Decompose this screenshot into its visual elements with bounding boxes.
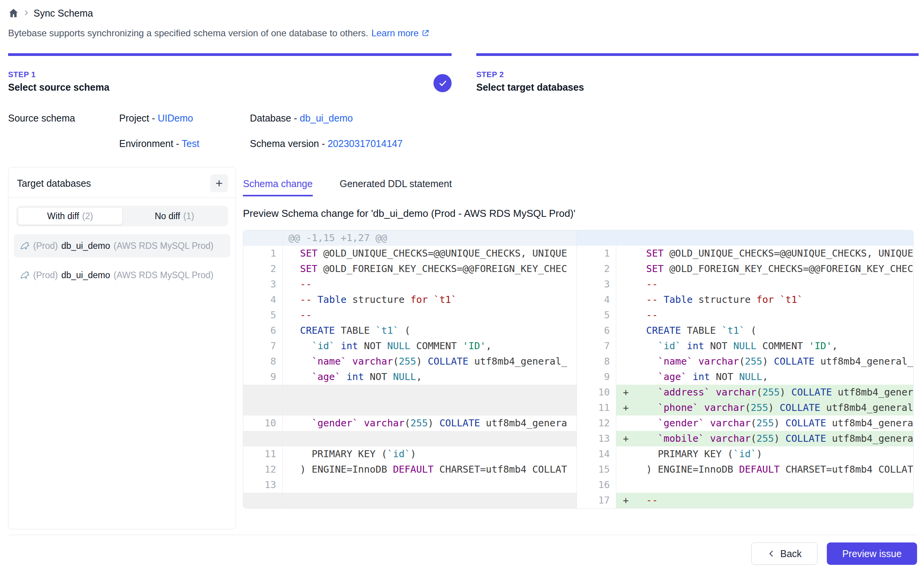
line-number: 2 [577,261,616,277]
intro-text: Bytebase supports synchronizing a specif… [8,28,430,39]
code-line: SET @OLD_UNIQUE_CHECKS=@@UNIQUE_CHECKS, … [616,246,913,261]
with-diff-count: (2) [82,211,93,221]
db-instance: (AWS RDS MySQL Prod) [114,241,225,251]
line-number: 15 [577,462,616,477]
code-line [616,230,913,246]
footer-divider [8,535,917,535]
line-number: 3 [243,277,283,292]
source-project-field: Project - UIDemo [119,113,193,124]
line-number: 5 [243,307,283,323]
diff-row: 4 -- Table structure for `t1` [577,292,913,307]
diff-row-placeholder [243,431,577,446]
diff-row: 9 `age` int NOT NULL, [577,369,913,385]
code-line: `name` varchar(255) COLLATE utf8mb4_gene… [616,354,913,369]
target-databases-header: Target databases + [8,167,236,198]
diff-pane-modified: 1 SET @OLD_UNIQUE_CHECKS=@@UNIQUE_CHECKS… [577,230,913,508]
chevron-left-icon [767,549,776,558]
preview-issue-button[interactable]: Preview issue [827,542,917,565]
diff-row: 10 `gender` varchar(255) COLLATE utf8mb4… [243,416,577,431]
project-link[interactable]: UIDemo [158,113,193,123]
line-number: 6 [577,323,616,338]
diff-row-added: 17+ -- [577,493,913,508]
code-line: `gender` varchar(255) COLLATE utf8mb4_ge… [616,416,913,431]
db-environment: (Prod) [33,241,58,251]
diff-row: 3 -- [577,277,913,292]
diff-row: 14 PRIMARY KEY (`id`) [577,446,913,462]
preview-tabs: Schema change Generated DDL statement [243,178,452,196]
sync-schema-page: › Sync Schema Bytebase supports synchron… [0,0,924,571]
step1-title: Select source schema [8,82,110,93]
diff-row: 9 `age` int NOT NULL, [243,369,577,385]
diff-row: 8 `name` varchar(255) COLLATE utf8mb4_ge… [577,354,913,369]
line-number: 8 [577,354,616,369]
source-schema-version-field: Schema version - 20230317014147 [250,138,403,149]
line-number: 5 [577,307,616,323]
code-line: -- Table structure for `t1` [283,292,577,307]
diff-row: 1 SET @OLD_UNIQUE_CHECKS=@@UNIQUE_CHECKS… [577,246,913,261]
page-title: Sync Schema [34,8,93,19]
step1-progress-bar [8,53,452,56]
learn-more-link[interactable]: Learn more [371,28,430,39]
back-button[interactable]: Back [751,542,818,565]
schema-diff-editor[interactable]: @@ -1,15 +1,27 @@1 SET @OLD_UNIQUE_CHECK… [243,230,914,508]
no-diff-label: No diff [155,211,180,221]
database-link[interactable]: db_ui_demo [300,113,353,123]
code-line: SET @OLD_FOREIGN_KEY_CHECKS=@@FOREIGN_KE… [616,261,913,277]
breadcrumb: › Sync Schema [8,5,93,21]
diff-row: 7 `id` int NOT NULL COMMENT 'ID', [577,338,913,354]
code-line: -- [616,277,913,292]
code-line: -- [616,307,913,323]
line-number: 13 [577,431,616,446]
home-icon[interactable] [8,8,19,19]
line-number: 8 [243,354,283,369]
diff-row: 7 `id` int NOT NULL COMMENT 'ID', [243,338,577,354]
source-environment-field: Environment - Test [119,138,199,149]
target-database-item[interactable]: (Prod)db_ui_demo(AWS RDS MySQL Prod) [14,264,230,287]
code-line: SET @OLD_UNIQUE_CHECKS=@@UNIQUE_CHECKS, … [283,246,577,261]
diff-row: 5 -- [577,307,913,323]
line-number: 10 [577,385,616,400]
line-number [243,400,283,416]
target-database-item[interactable]: (Prod)db_ui_demo(AWS RDS MySQL Prod) [14,234,230,257]
code-line: + `mobile` varchar(255) COLLATE utf8mb4_… [616,431,913,446]
line-number: 16 [577,477,616,493]
diff-row: 11 PRIMARY KEY (`id`) [243,446,577,462]
code-line [283,493,577,508]
code-line [616,477,913,493]
diff-row-placeholder [243,493,577,508]
diff-row: 12 `gender` varchar(255) COLLATE utf8mb4… [577,416,913,431]
diff-row-placeholder [243,400,577,416]
line-number: 3 [577,277,616,292]
code-line: @@ -1,15 +1,27 @@ [283,230,577,246]
diff-row: 3 -- [243,277,577,292]
tab-generated-ddl[interactable]: Generated DDL statement [340,178,452,196]
line-number: 10 [243,416,283,431]
code-line: SET @OLD_FOREIGN_KEY_CHECKS=@@FOREIGN_KE… [283,261,577,277]
line-number: 9 [577,369,616,385]
code-line: CREATE TABLE `t1` ( [616,323,913,338]
code-line: PRIMARY KEY (`id`) [283,446,577,462]
environment-link[interactable]: Test [182,138,199,149]
diff-row: 6 CREATE TABLE `t1` ( [577,323,913,338]
source-database-field: Database - db_ui_demo [250,113,353,124]
schema-version-link[interactable]: 20230317014147 [327,138,403,149]
db-name: db_ui_demo [61,241,110,251]
db-environment: (Prod) [33,270,58,280]
tab-no-diff[interactable]: No diff (1) [123,207,227,225]
db-instance: (AWS RDS MySQL Prod) [114,270,225,280]
learn-more-label: Learn more [371,28,419,39]
breadcrumb-separator: › [24,6,28,18]
preview-title: Preview Schema change for 'db_ui_demo (P… [243,208,575,220]
code-line: + `address` varchar(255) COLLATE utf8mb4… [616,385,913,400]
add-target-database-button[interactable]: + [210,174,228,192]
code-line: ) ENGINE=InnoDB DEFAULT CHARSET=utf8mb4 … [616,462,913,477]
diff-row: 1 SET @OLD_UNIQUE_CHECKS=@@UNIQUE_CHECKS… [243,246,577,261]
tab-schema-change[interactable]: Schema change [243,178,313,196]
line-number: 17 [577,493,616,508]
diff-row: @@ -1,15 +1,27 @@ [243,230,577,246]
line-number: 11 [243,446,283,462]
line-number: 12 [243,462,283,477]
step1-label: STEP 1 [8,70,36,79]
code-line: + -- [616,493,913,508]
tab-with-diff[interactable]: With diff (2) [18,207,123,225]
